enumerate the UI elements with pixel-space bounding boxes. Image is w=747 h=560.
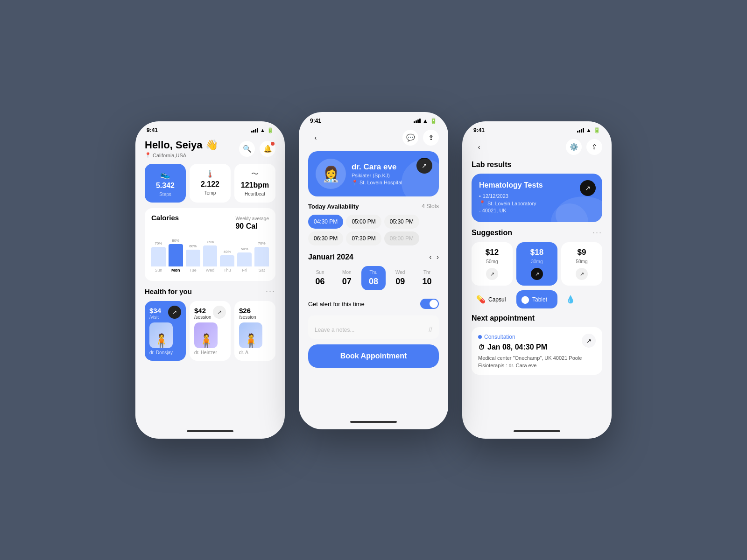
notification-dot: [271, 142, 275, 146]
clock-icon: ⏱: [478, 343, 485, 351]
search-button[interactable]: 🔍: [239, 141, 255, 157]
med-type-0[interactable]: 💊 Capsul: [472, 290, 513, 308]
health-card-1[interactable]: $42 /session ↗ 🧍 dr. Heirtzer: [190, 301, 231, 361]
home-bar-2: [350, 421, 397, 423]
s3-header: ‹ ⚙️ ⇪: [462, 135, 612, 161]
back-button[interactable]: ‹: [308, 130, 323, 145]
cal-day-10[interactable]: Thr 10: [415, 266, 439, 290]
heartbeat-icon: 〜: [251, 169, 259, 179]
med-types: 💊 Capsul ⬤ Tablet 💧: [472, 290, 602, 308]
suggest-more[interactable]: ···: [592, 228, 602, 238]
avail-header: Today Availability 4 Slots: [308, 203, 439, 210]
calories-title: Calories: [151, 214, 179, 222]
settings-button[interactable]: ⚙️: [566, 139, 582, 155]
cal-nav: ‹ ›: [429, 253, 439, 261]
calories-avg-block: Weekly average 90 Cal: [235, 214, 269, 231]
lab-card-title: Hematology Tests: [479, 181, 595, 189]
status-icons-1: ▲ 🔋: [251, 127, 274, 133]
med-dose-0: 50mg: [486, 259, 498, 264]
doctor-avatar-2: 🧍: [239, 322, 262, 348]
time-slot[interactable]: 09:00 PM: [384, 231, 419, 245]
bar: [151, 247, 166, 266]
bar-col-thu: 40% Thu: [220, 250, 234, 273]
alert-toggle[interactable]: [420, 299, 439, 309]
appt-arrow[interactable]: ↗: [582, 334, 596, 348]
med-price-0: $12: [486, 248, 499, 257]
cal-day-09[interactable]: Wed 09: [388, 266, 412, 290]
time-slot[interactable]: 04:30 PM: [308, 215, 343, 229]
notification-button[interactable]: 🔔: [260, 141, 275, 157]
book-appointment-button[interactable]: Book Appointment: [308, 344, 439, 368]
location-text: 📍 California,USA: [145, 152, 218, 158]
avail-slots: 4 Slots: [422, 203, 439, 210]
med-type-label-1: Tablet: [532, 296, 547, 303]
time-slot[interactable]: 05:00 PM: [346, 215, 381, 229]
bar-col-mon: 80% Mon: [169, 238, 183, 273]
med-type-1[interactable]: ⬤ Tablet: [516, 290, 557, 308]
cal-day-name: Mon: [342, 270, 351, 275]
heartbeat-card: 〜 121bpm Heartbeat: [234, 164, 275, 203]
chart-bars: 70% Sun 80% Mon 60% Tue 75% Wed 40% Thu …: [151, 235, 269, 273]
calories-header: Calories Weekly average 90 Cal: [151, 214, 269, 231]
med-arrow-0[interactable]: ↗: [486, 268, 498, 280]
s1-header: Hello, Seiya 👋 📍 California,USA 🔍 🔔: [135, 135, 285, 164]
med-arrow-1[interactable]: ↗: [531, 268, 543, 280]
cal-day-07[interactable]: Mon 07: [335, 266, 359, 290]
med-arrow-2[interactable]: ↗: [576, 268, 588, 280]
health-card-0[interactable]: $34 /visit ↗ 🧍 dr. Donsjay: [145, 301, 186, 361]
phone-3: 9:41 ▲ 🔋 ‹ ⚙️ ⇪ Lab results: [462, 121, 612, 439]
med-card-0[interactable]: $12 50mg ↗: [472, 242, 513, 286]
health-arrow-0[interactable]: ↗: [168, 306, 181, 319]
suggest-header: Suggestion ···: [472, 228, 602, 238]
time-slot[interactable]: 06:30 PM: [308, 231, 343, 245]
bar: [169, 244, 183, 266]
bar-label: Mon: [171, 268, 180, 273]
chat-button[interactable]: 💬: [402, 130, 418, 146]
cal-day-num: 10: [422, 277, 431, 287]
s3-actions: ⚙️ ⇪: [566, 139, 602, 155]
cal-day-name: Thu: [369, 270, 377, 275]
cal-day-name: Wed: [395, 270, 405, 275]
temp-card: 🌡️ 2.122 Temp: [190, 164, 231, 203]
bar: [254, 247, 269, 266]
cal-next[interactable]: ›: [437, 253, 439, 261]
share-button[interactable]: ⇪: [423, 130, 439, 146]
cal-day-06[interactable]: Sun 06: [308, 266, 332, 290]
back-button-3[interactable]: ‹: [472, 140, 486, 154]
cal-day-name: Sun: [316, 270, 324, 275]
time-slot[interactable]: 07:30 PM: [346, 231, 381, 245]
appt-location: Medical center "Onechamp", UK 40021 Pool…: [478, 355, 596, 361]
med-price-2: $9: [578, 248, 586, 257]
wifi-icon-2: ▲: [423, 118, 428, 124]
steps-card: 👟 5.342 Steps: [145, 164, 186, 203]
med-type-2[interactable]: 💧: [561, 290, 602, 308]
med-dose-2: 50mg: [576, 259, 587, 264]
more-icon[interactable]: ···: [266, 287, 275, 296]
home-bar-3: [514, 430, 560, 432]
notes-input[interactable]: Leave a notes... //: [308, 315, 439, 339]
time-slot[interactable]: 05:30 PM: [384, 215, 419, 229]
bar-label: Fri: [242, 268, 247, 273]
cal-day-name: Thr: [423, 270, 430, 275]
steps-value: 5.342: [156, 182, 175, 190]
suggest-title: Suggestion: [472, 229, 512, 237]
cal-day-08[interactable]: Thu 08: [361, 266, 385, 290]
med-card-1[interactable]: $18 30mg ↗: [516, 242, 557, 286]
med-card-2[interactable]: $9 50mg ↗: [561, 242, 602, 286]
cal-day-num: 09: [395, 277, 405, 287]
lab-results-section: Lab results Hematology Tests • 12/12/202…: [462, 161, 612, 228]
time-1: 9:41: [147, 127, 158, 133]
health-price-2: $26: [239, 307, 271, 315]
status-bar-3: 9:41 ▲ 🔋: [462, 121, 612, 135]
bar-col-tue: 60% Tue: [186, 244, 200, 273]
cal-days: Sun 06 Mon 07 Thu 08 Wed 09 Thr 10: [308, 266, 439, 290]
health-arrow-1[interactable]: ↗: [213, 306, 226, 319]
alert-label: Get alert for this time: [308, 301, 365, 308]
health-card-2[interactable]: $26 /session 🧍 dr. A: [234, 301, 275, 361]
greeting-text: Hello, Seiya 👋: [145, 139, 218, 151]
med-type-icon-1: ⬤: [521, 295, 529, 304]
cal-prev[interactable]: ‹: [429, 253, 431, 261]
bar: [220, 255, 234, 266]
share-button-3[interactable]: ⇪: [586, 139, 602, 155]
lab-card-arrow[interactable]: ↗: [580, 180, 596, 196]
